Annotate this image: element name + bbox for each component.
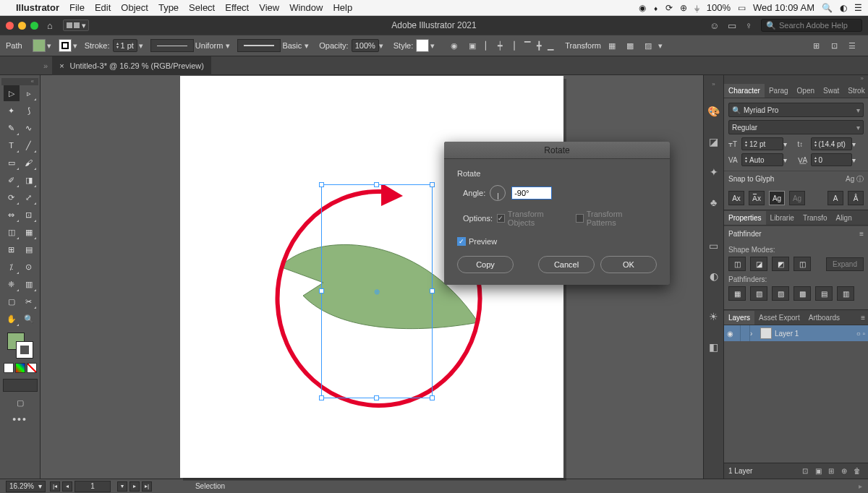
unite-button[interactable]: ◫ [728,257,746,271]
tabs-expand-icon[interactable]: » [43,61,48,70]
color-mode-none[interactable] [27,363,37,373]
tab-properties[interactable]: Properties [724,211,766,225]
menu-type[interactable]: Type [158,2,179,13]
statusbar-expand-icon[interactable]: ▸ [859,482,862,490]
layers-menu-icon[interactable]: ≡ [858,311,868,325]
leading-dd[interactable]: ▾ [852,140,859,148]
handle-mr[interactable] [430,288,435,293]
handle-br[interactable] [430,395,435,400]
handle-tm[interactable] [374,182,379,187]
clip-mask-icon[interactable]: ▣ [812,467,825,475]
fill-stroke-control[interactable] [7,333,33,359]
zoom-tool[interactable]: 🔍 [21,311,37,327]
artboard-dd[interactable]: ▾ [117,481,127,492]
tab-opentype[interactable]: Open [793,84,819,98]
eyedropper-tool[interactable]: ⁒ [4,259,20,275]
recolor-icon[interactable]: ◉ [446,39,462,52]
copy-button[interactable]: Copy [457,256,514,273]
hand-tool[interactable]: ✋ [4,311,20,327]
align-left-icon[interactable]: ▏ [482,40,494,51]
edit-toolbar-button[interactable]: ••• [12,413,27,425]
stroke-panel-icon[interactable]: ▭ [709,239,718,253]
tab-artboards[interactable]: Artboards [804,311,844,325]
menu-file[interactable]: File [69,2,85,13]
tab-align[interactable]: Align [831,211,856,225]
handle-bm[interactable] [374,395,379,400]
tab-stroke[interactable]: Strok [843,84,868,98]
tab-paragraph[interactable]: Parag [765,84,793,98]
brush-select[interactable] [237,39,281,52]
blend-tool[interactable]: ⊙ [21,259,37,275]
pathfinder-header[interactable]: Pathfinder ≡ [724,226,868,241]
user-icon[interactable]: ☺ [710,20,719,31]
tracking-input[interactable]: ▴▾0 [811,153,853,166]
glyph-xheight[interactable]: A̅x [749,191,765,205]
new-layer-icon[interactable]: ⊕ [838,467,851,475]
outline-button[interactable]: ▤ [815,286,833,301]
brush-dd[interactable]: ▾ [305,41,312,51]
appearance-panel-icon[interactable]: ◧ [709,340,718,354]
align-pixel-icon[interactable]: ⊞ [808,39,824,52]
angle-input[interactable] [511,187,552,200]
symbols-panel-icon[interactable]: ♣ [710,195,717,210]
transform-patterns-checkbox[interactable] [576,214,584,223]
font-size-input[interactable]: ▴▾12 pt [741,137,783,150]
menu-window[interactable]: Window [289,2,323,13]
sync-icon[interactable]: ⟳ [665,3,673,13]
symbol-sprayer-tool[interactable]: ❈ [4,276,20,292]
close-tab-icon[interactable]: × [59,61,64,70]
shaper-tool[interactable]: ✐ [4,172,20,188]
perspective-tool[interactable]: ▦ [21,224,37,240]
next-artboard-button[interactable]: ▸ [129,481,140,492]
font-size-dd[interactable]: ▾ [783,140,791,148]
eraser-tool[interactable]: ◨ [21,172,37,188]
doc-tab-untitled3[interactable]: × Untitled-3* @ 16.29 % (RGB/Preview) [52,56,211,75]
stroke-color[interactable] [16,341,33,359]
align-vcenter-icon[interactable]: ╋ [533,40,545,51]
align-hcenter-icon[interactable]: ┿ [494,40,506,51]
pen-tool[interactable]: ✎ [4,120,20,136]
opacity-input[interactable]: 100% [352,39,379,52]
opacity-dd[interactable]: ▾ [379,41,386,51]
brushes-panel-icon[interactable]: ✦ [710,165,718,179]
selection-tool[interactable]: ▷ [4,85,20,101]
minus-back-button[interactable]: ▥ [837,286,854,301]
handle-ml[interactable] [319,288,324,293]
screen-mode-button[interactable]: ▢ [14,396,27,409]
profile-select[interactable] [150,39,194,52]
window-layout-icon[interactable]: ▭ [728,20,736,31]
style-swatch[interactable] [416,39,429,52]
minus-front-button[interactable]: ◪ [750,257,767,271]
search-help-input[interactable]: 🔍 Search Adobe Help [761,19,862,32]
transform-label[interactable]: Transform [565,41,601,50]
direct-selection-tool[interactable]: ▹ [21,85,37,101]
close-window-button[interactable] [6,22,14,30]
glyph-a2[interactable]: Â [848,191,864,205]
glyph-capheight[interactable]: Ag [769,191,785,205]
merge-button[interactable]: ▨ [772,286,789,301]
line-tool[interactable]: ╱ [21,137,37,153]
battery-icon[interactable]: ▭ [738,3,746,13]
shape-props-icon[interactable]: ▦ [604,39,620,52]
glyph-angular[interactable]: Ag [789,191,805,205]
battery-text[interactable]: 100% [707,2,731,13]
align-right-icon[interactable]: ▕ [506,40,517,51]
style-dd[interactable]: ▾ [430,41,438,51]
crop-pf-button[interactable]: ▩ [793,286,811,301]
rotate-tool[interactable]: ⟳ [4,189,20,205]
menu-edit[interactable]: Edit [95,2,111,13]
prefs-icon[interactable]: ☰ [844,39,860,52]
free-transform-tool[interactable]: ⊡ [21,207,37,223]
width-tool[interactable]: ⇔ [4,207,20,223]
layer-expand-icon[interactable]: › [750,330,760,338]
strip-expand[interactable]: » [704,81,723,88]
layer-name[interactable]: Layer 1 [775,330,799,338]
preview-checkbox[interactable]: ✓ [457,237,466,246]
tab-swatches[interactable]: Swat [819,84,843,98]
more-dd[interactable]: ▾ [658,41,665,51]
rectangle-tool[interactable]: ▭ [4,155,20,171]
minimize-window-button[interactable] [18,22,26,30]
panels-collapse[interactable]: » [724,75,868,82]
new-sublayer-icon[interactable]: ⊞ [825,467,838,475]
lasso-tool[interactable]: ⟆ [21,103,37,119]
